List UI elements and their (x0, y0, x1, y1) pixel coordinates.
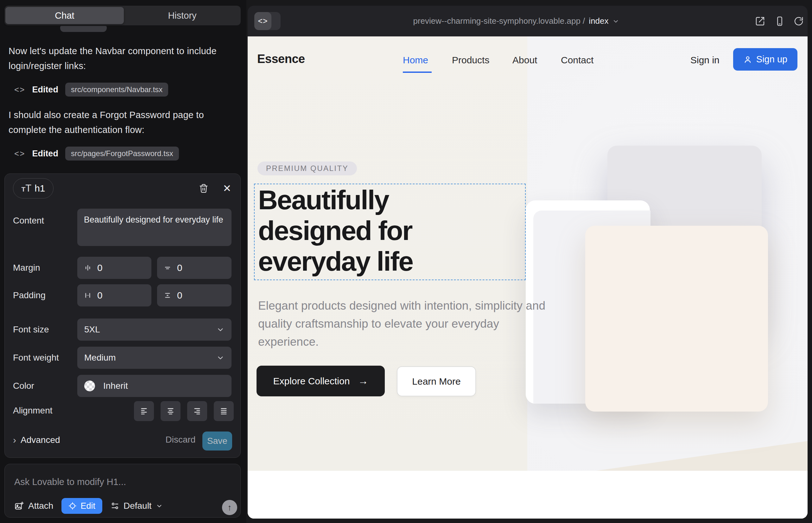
nav-link-about[interactable]: About (512, 55, 537, 66)
code-icon: <> (258, 16, 268, 26)
selected-element-chip[interactable]: TT h1 (13, 178, 54, 198)
edit-mode-button[interactable]: Edit (61, 498, 102, 514)
delete-element-button[interactable] (197, 182, 210, 195)
section-below-hero (248, 471, 808, 519)
edited-file-row: <> Edited src/components/Navbar.tsx (14, 83, 168, 96)
padding-vertical-icon (163, 291, 172, 300)
attach-label: Attach (28, 501, 53, 511)
font-weight-select[interactable]: Medium (77, 347, 231, 369)
margin-y-value: 0 (177, 263, 182, 273)
align-justify-button[interactable] (214, 401, 234, 421)
explore-collection-label: Explore Collection (273, 376, 350, 386)
edited-label: Edited (32, 85, 58, 95)
learn-more-label: Learn More (412, 376, 460, 387)
file-chip[interactable]: src/pages/ForgotPassword.tsx (65, 147, 179, 161)
chat-history-tabs: Chat History (4, 6, 241, 25)
margin-y-input[interactable]: 0 (157, 257, 231, 279)
learn-more-button[interactable]: Learn More (397, 366, 476, 396)
font-weight-value: Medium (84, 353, 116, 363)
align-right-button[interactable] (187, 401, 207, 421)
decorative-card-cream (585, 226, 768, 412)
chat-panel: Chat History Now let's update the Navbar… (0, 0, 246, 523)
align-left-button[interactable] (134, 401, 154, 421)
content-input[interactable]: Beautifully designed for everyday life (77, 209, 231, 246)
user-icon (743, 55, 752, 64)
sign-in-link[interactable]: Sign in (690, 55, 720, 66)
save-button-label: Save (207, 436, 227, 446)
font-size-select[interactable]: 5XL (77, 319, 231, 341)
color-select[interactable]: Inherit (77, 375, 231, 397)
tab-chat[interactable]: Chat (5, 7, 124, 24)
chevron-right-icon: › (13, 435, 16, 446)
model-default-button[interactable]: Default (110, 501, 163, 511)
content-label: Content (13, 216, 44, 226)
explore-collection-button[interactable]: Explore Collection → (257, 366, 385, 396)
file-chip[interactable]: src/components/Navbar.tsx (65, 83, 168, 96)
nav-home-underline (403, 72, 432, 73)
url-prefix: preview--charming-site-symphony.lovable.… (413, 16, 585, 26)
assistant-message: Now let's update the Navbar component to… (8, 44, 235, 73)
chevron-down-icon (216, 354, 225, 362)
code-icon: <> (14, 149, 25, 159)
refresh-button[interactable] (794, 16, 804, 26)
tab-history[interactable]: History (124, 6, 241, 25)
font-size-label: Font size (13, 325, 49, 335)
margin-x-value: 0 (97, 263, 103, 273)
url-bar[interactable]: preview--charming-site-symphony.lovable.… (413, 6, 619, 36)
align-center-icon (166, 407, 175, 415)
nav-link-home[interactable]: Home (403, 55, 428, 66)
align-center-button[interactable] (161, 401, 180, 421)
alignment-label: Alignment (13, 405, 53, 416)
discard-button[interactable]: Discard (163, 435, 198, 445)
tab-chat-label: Chat (55, 11, 74, 21)
color-swatch-icon (84, 381, 95, 391)
close-editor-button[interactable]: ✕ (221, 182, 233, 195)
code-toggle-segment[interactable]: <> (254, 12, 271, 30)
padding-label: Padding (13, 290, 46, 301)
margin-vertical-icon (163, 264, 172, 272)
trash-icon (199, 184, 208, 193)
color-value: Inherit (103, 381, 128, 391)
element-editor-panel: TT h1 ✕ Content Beautifully designed for… (4, 174, 241, 458)
padding-x-value: 0 (97, 290, 103, 301)
code-view-toggle[interactable]: <> (254, 12, 281, 30)
save-button[interactable]: Save (202, 432, 232, 451)
smartphone-icon (775, 16, 785, 26)
margin-x-input[interactable]: 0 (77, 257, 152, 279)
tab-history-label: History (168, 11, 196, 21)
advanced-label: Advanced (21, 435, 60, 445)
margin-label: Margin (13, 263, 40, 273)
padding-x-input[interactable]: 0 (77, 284, 152, 306)
chevron-down-icon (613, 18, 619, 25)
nav-link-products[interactable]: Products (452, 55, 489, 66)
align-right-icon (193, 407, 201, 415)
chevron-down-icon (156, 502, 163, 509)
assistant-message: I should also create a Forgot Password p… (8, 108, 235, 138)
align-justify-icon (219, 407, 228, 415)
prompt-composer: Ask Lovable to modify H1... Attach Edit (4, 464, 241, 518)
advanced-toggle[interactable]: › Advanced (13, 435, 60, 446)
send-button[interactable]: ↑ (222, 500, 237, 515)
preview-toolbar: <> preview--charming-site-symphony.lovab… (248, 6, 808, 36)
url-page: index (589, 16, 608, 26)
align-left-icon (140, 407, 148, 415)
close-icon: ✕ (223, 182, 231, 194)
edit-mode-label: Edit (81, 501, 95, 511)
site-logo[interactable]: Essence (257, 52, 305, 66)
chevron-down-icon (216, 325, 225, 334)
prompt-input[interactable]: Ask Lovable to modify H1... (14, 477, 126, 487)
hero-paragraph: Elegant products designed with intention… (258, 296, 558, 351)
arrow-up-icon: ↑ (227, 503, 232, 512)
sign-up-button[interactable]: Sign up (733, 48, 797, 71)
open-in-new-tab-button[interactable] (755, 16, 765, 26)
clipped-file-chip[interactable] (60, 26, 107, 32)
target-icon (68, 502, 77, 510)
preview-window: <> preview--charming-site-symphony.lovab… (248, 6, 808, 519)
mobile-view-button[interactable] (775, 16, 785, 26)
attach-button[interactable]: Attach (14, 501, 53, 511)
color-label: Color (13, 381, 34, 391)
padding-y-input[interactable]: 0 (157, 284, 231, 306)
padding-horizontal-icon (84, 291, 92, 300)
hero-heading[interactable]: Beautifullydesigned foreveryday life (258, 184, 413, 277)
nav-link-contact[interactable]: Contact (561, 55, 594, 66)
